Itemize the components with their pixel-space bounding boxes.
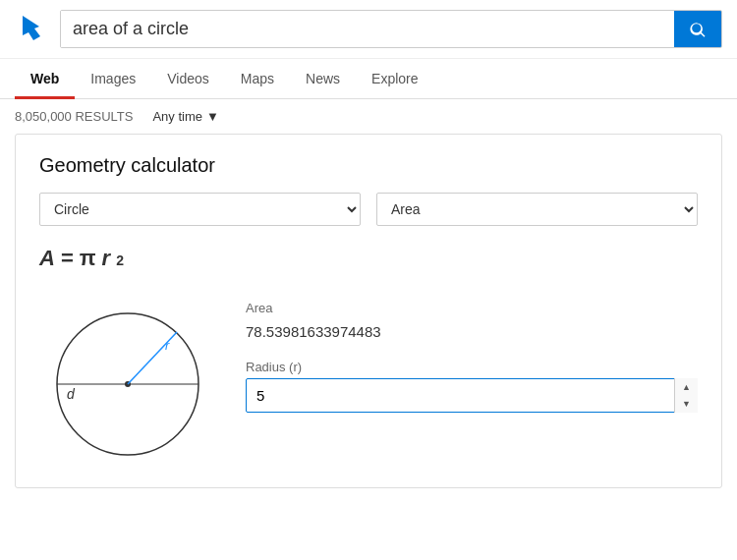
tab-web[interactable]: Web (15, 59, 75, 98)
search-icon (688, 20, 708, 39)
calc-title: Geometry calculator (39, 154, 698, 177)
results-bar: 8,050,000 RESULTS Any time ▼ (0, 99, 737, 134)
tab-maps[interactable]: Maps (225, 59, 290, 98)
search-input[interactable]: area of a circle (61, 11, 674, 47)
area-group: Area 78.53981633974483 (246, 301, 698, 344)
area-value: 78.53981633974483 (246, 319, 698, 344)
radius-group: Radius (r) ▲ ▼ (246, 360, 698, 413)
search-bar: area of a circle (60, 10, 722, 48)
calc-selects: Circle Rectangle Triangle Square Area Pe… (39, 193, 698, 226)
radius-input-wrapper: ▲ ▼ (246, 378, 698, 413)
tab-news[interactable]: News (290, 59, 356, 98)
formula-pi: π (80, 246, 96, 271)
tab-explore[interactable]: Explore (356, 59, 433, 98)
svg-text:d: d (67, 386, 76, 402)
formula-exp: 2 (116, 252, 124, 268)
area-label: Area (246, 301, 698, 315)
bing-logo (15, 12, 50, 47)
anytime-filter[interactable]: Any time ▼ (152, 109, 218, 124)
svg-line-4 (128, 332, 177, 384)
spinner-arrows: ▲ ▼ (674, 378, 698, 413)
header: area of a circle (0, 0, 737, 59)
search-button[interactable] (674, 11, 721, 47)
measure-select[interactable]: Area Perimeter Circumference (376, 193, 698, 226)
results-count: 8,050,000 RESULTS (15, 109, 133, 124)
tab-images[interactable]: Images (75, 59, 151, 98)
circle-diagram: d r (39, 291, 216, 468)
radius-label: Radius (r) (246, 360, 698, 374)
radius-input[interactable] (246, 378, 698, 413)
formula-r: r (102, 246, 111, 271)
spinner-down[interactable]: ▼ (675, 396, 698, 414)
shape-select[interactable]: Circle Rectangle Triangle Square (39, 193, 361, 226)
calculator-card: Geometry calculator Circle Rectangle Tri… (15, 134, 722, 488)
calc-body: d r Area 78.53981633974483 Radius (r) ▲ (39, 291, 698, 468)
filter-label: Any time (152, 109, 202, 124)
calc-inputs: Area 78.53981633974483 Radius (r) ▲ ▼ (246, 291, 698, 413)
formula-equals: = (61, 246, 74, 271)
svg-text:r: r (165, 338, 170, 353)
formula: A = πr2 (39, 246, 698, 271)
nav-tabs: Web Images Videos Maps News Explore (0, 59, 737, 99)
spinner-up[interactable]: ▲ (675, 378, 698, 396)
formula-a: A (39, 246, 55, 271)
filter-arrow-icon: ▼ (206, 109, 219, 124)
tab-videos[interactable]: Videos (151, 59, 225, 98)
